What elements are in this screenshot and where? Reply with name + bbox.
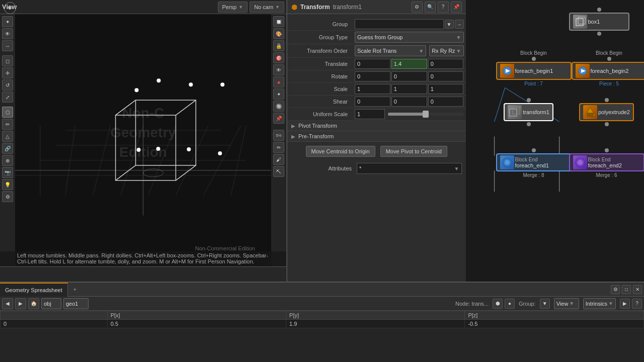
play-btn[interactable]: ▶ [620,299,630,309]
settings-icon[interactable]: ⚙ [412,2,423,13]
translate-x-field[interactable]: 0 [355,59,390,69]
select-obj[interactable]: ◻ [2,55,13,66]
group-dropdown-btn[interactable]: ▼ [445,20,454,29]
translate-y-field[interactable]: 1.4 [391,59,427,69]
rotate-z-field[interactable]: 0 [428,71,464,81]
snap-tool[interactable]: 🔗 [2,143,13,154]
group-filter-btn[interactable]: ▼ [540,299,550,309]
back-btn[interactable]: ◀ [2,298,13,309]
geometry-spreadsheet-tab[interactable]: Geometry Spreadsheet [0,283,68,297]
transform1-node[interactable]: transform1 [491,98,567,126]
rotate-x-field[interactable]: 0 [355,71,390,81]
handle-tool[interactable]: ⊕ [2,155,13,166]
obj-path[interactable]: obj [41,298,61,309]
pre-transform-section[interactable]: ▶ Pre-Transform [287,131,466,142]
move-centroid-btn[interactable]: Move Centroid to Origin [306,146,375,157]
move-tool[interactable]: ✛ [2,67,13,78]
group-arrow-btn[interactable]: → [455,20,464,29]
transform1-box[interactable]: transform1 [504,103,553,121]
scale-tool[interactable]: ⤢ [2,92,13,103]
edit-opt[interactable]: ✏ [273,142,284,153]
polyextrude2-box[interactable]: polyextrude2 [579,103,634,121]
scale-x-field[interactable]: 1 [355,84,390,94]
rotate-y-field[interactable]: 0 [391,71,427,81]
foreach-end2-node[interactable]: Block End foreach_end2 Merge : 6 [564,148,645,178]
group-field[interactable] [355,19,444,29]
svg-rect-41 [510,109,517,116]
foreach-begin1-box[interactable]: foreach_begin1 [496,62,572,80]
panel-node-name: transform1 [333,4,362,11]
snap-opt[interactable]: 🎯 [273,52,284,63]
rot-order-select[interactable]: Rx Ry Rz ▼ [429,45,463,56]
shear-z-field[interactable]: 0 [428,97,464,107]
col-px-header: P[x] [107,311,286,320]
view-select[interactable]: View ▼ [554,298,579,309]
add-tab-btn[interactable]: + [68,283,82,297]
node-icon-btn[interactable]: ⬢ [493,299,503,309]
paint-opt[interactable]: 🖌 [273,154,284,165]
uniform-scale-slider[interactable] [388,113,464,116]
panel-header-icons: ⚙ 🔍 ? 📌 [412,2,462,13]
orient-opt[interactable]: 🔘 [273,101,284,112]
extra-tool[interactable]: ⚙ [2,191,13,202]
translate-z-field[interactable]: 0 [428,59,464,69]
group-type-select[interactable]: Guess from Group ▼ [355,32,464,43]
help-spreadsheet-btn[interactable]: ? [632,299,642,309]
foreach-begin2-node[interactable]: Block Begin foreach_begin2 Piece : 5 [567,50,645,86]
render-opt[interactable]: 🎨 [273,28,284,39]
pin-opt[interactable]: 📌 [273,113,284,124]
foreach-end2-box[interactable]: Block End foreach_end2 [569,153,645,171]
attributes-field[interactable]: * ▼ [357,163,462,174]
transform-tool[interactable]: ↔ [2,40,13,51]
svg-line-16 [116,100,136,115]
scale-row: Scale 1 1 1 [287,83,466,96]
particle-opt[interactable]: ✦ [273,88,284,100]
pick-opt[interactable]: ⛏ [273,166,284,177]
foreach-end1-box[interactable]: Block End foreach_end1 [496,153,572,171]
node-dot-btn[interactable]: ● [505,299,515,309]
geo-path[interactable]: geo1 [63,298,89,309]
foreach-begin1-node[interactable]: Block Begin foreach_begin1 Point : 7 [491,50,577,86]
transform-order-select[interactable]: Scale Rot Trans ▼ [355,45,426,56]
tab-close-btn[interactable]: ✕ [633,285,642,294]
search-icon[interactable]: 🔍 [425,2,436,13]
tab-collapse-btn[interactable]: □ [622,285,631,294]
uniform-scale-field[interactable]: 1 [355,109,385,119]
display-opt[interactable]: 🔲 [273,16,284,27]
intrinsics-select[interactable]: Intrinsics ▼ [583,298,616,309]
num-opt[interactable]: 5½ [273,130,284,141]
persp-dropdown[interactable]: Persp ▼ [218,2,248,13]
light-opt[interactable]: 🔒 [273,40,284,51]
geo-opt[interactable]: 🔺 [273,76,284,87]
help-icon[interactable]: ? [438,2,449,13]
pivot-transform-section[interactable]: ▶ Pivot Transform [287,121,466,131]
edit-tool[interactable]: ✏ [2,119,13,130]
pin-icon[interactable]: 📌 [451,2,462,13]
scale-label: Scale [287,86,353,92]
group-row: Group ▼ → [287,18,466,31]
rotate-tool[interactable]: ↺ [2,79,13,90]
cam-dropdown[interactable]: No cam ▼ [250,2,284,13]
polyextrude2-node[interactable]: polyextrude2 [567,98,645,126]
shear-y-field[interactable]: 0 [391,97,427,107]
box1-box[interactable]: box1 [569,13,629,31]
home-btn[interactable]: 🏠 [28,298,39,309]
view-tool[interactable]: 👁 [2,28,13,39]
foreach-begin2-box[interactable]: foreach_begin2 [572,62,645,80]
move-pivot-btn[interactable]: Move Pivot to Centroid [380,146,447,157]
forward-btn[interactable]: ▶ [15,298,26,309]
scale-y-field[interactable]: 1 [391,84,427,94]
box1-node[interactable]: box1 [567,8,632,36]
scale-z-field[interactable]: 1 [428,84,464,94]
slider-thumb[interactable] [423,111,429,118]
shear-x-field[interactable]: 0 [355,97,390,107]
prim-tool[interactable]: △ [2,131,13,142]
camera-tool[interactable]: 📷 [2,167,13,178]
vis-opt[interactable]: 👁 [273,64,284,75]
light-tool[interactable]: 💡 [2,179,13,190]
tab-settings-btn[interactable]: ⚙ [611,285,620,294]
foreach-begin1-sub: Point : 7 [524,81,543,86]
select-tool[interactable]: ✦ [2,16,13,27]
obj-tool[interactable]: ⬡ [2,107,13,118]
pivot-arrow: ▶ [291,123,295,129]
